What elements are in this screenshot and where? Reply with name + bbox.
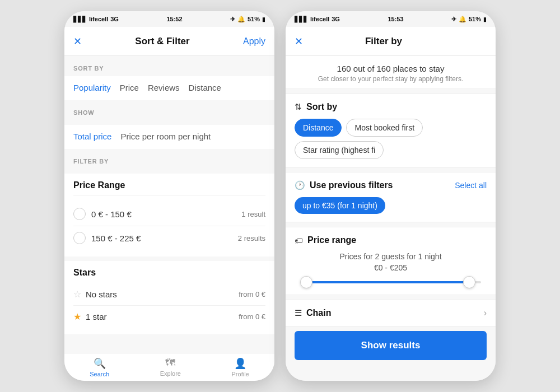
prev-filters-left: 🕐 Use previous filters: [295, 180, 393, 190]
price-range-count-2: 2 results: [238, 234, 265, 242]
radio-2[interactable]: [73, 232, 86, 244]
no-stars-label: No stars: [86, 290, 117, 299]
tab-search-label: Search: [90, 371, 109, 377]
slider-thumb-max[interactable]: [463, 276, 475, 288]
chip-distance[interactable]: Distance: [295, 119, 342, 137]
filter-by-label: FILTER BY: [64, 149, 274, 169]
show-results-button[interactable]: Show results: [295, 331, 487, 360]
star-row-1[interactable]: ★ 1 star from 0 €: [73, 306, 265, 328]
price-range-label-1: 0 € - 150 €: [91, 209, 132, 219]
tab-profile-label: Profile: [232, 371, 249, 377]
price-range-section: Price Range 0 € - 150 € 1 result 150 € -…: [64, 174, 274, 256]
sort-options: Popularity Price Reviews Distance: [64, 76, 274, 100]
nav-bar-1: ✕ Sort & Filter Apply: [64, 27, 274, 56]
show-label: SHOW: [64, 100, 274, 120]
carrier-label: lifecell: [89, 16, 108, 22]
profile-icon: 👤: [234, 357, 246, 370]
tab-explore-label: Explore: [160, 370, 181, 377]
history-icon: 🕐: [295, 180, 305, 190]
show-results-label: Show results: [361, 340, 421, 351]
tab-bar-1: 🔍 Search 🗺 Explore 👤 Profile: [64, 353, 274, 381]
location-icon: ✈: [230, 16, 235, 23]
price-range-header: 🏷 Price range: [295, 235, 487, 245]
content-1: SORT BY Popularity Price Reviews Distanc…: [64, 56, 274, 353]
price-range-title-2: Price range: [307, 235, 356, 245]
info-bar: 160 out of 160 places to stay Get closer…: [286, 56, 496, 89]
price-tag-icon: 🏷: [295, 236, 303, 245]
prev-filters-header: 🕐 Use previous filters Select all: [295, 180, 487, 190]
one-star-label: 1 star: [86, 312, 107, 321]
radio-1[interactable]: [73, 208, 86, 220]
phone-1: ▋▋▋ lifecell 3G 15:52 ✈ 🔔 51% ▮ ✕ Sort &…: [64, 11, 274, 381]
filter-tag-1[interactable]: up to €35 (for 1 night): [295, 197, 385, 214]
close-button-1[interactable]: ✕: [73, 35, 82, 48]
star-icon-0: ☆: [73, 289, 81, 300]
sort-chips: Distance Most booked first Star rating (…: [295, 119, 487, 159]
price-range-left-1: 0 € - 150 €: [73, 208, 132, 220]
chain-icon: ☰: [295, 308, 302, 318]
stars-section: Stars ☆ No stars from 0 € ★ 1 star from …: [64, 261, 274, 334]
select-all-button[interactable]: Select all: [455, 181, 487, 190]
places-subtitle: Get closer to your perfect stay by apply…: [295, 75, 487, 83]
signal-icon: ▋▋▋: [73, 16, 87, 22]
price-sub-label: Prices for 2 guests for 1 night: [295, 252, 487, 261]
tab-search[interactable]: 🔍 Search: [90, 357, 109, 377]
star-row-0[interactable]: ☆ No stars from 0 €: [73, 283, 265, 306]
status-right-1: ✈ 🔔 51% ▮: [230, 16, 265, 23]
prev-filters-block: 🕐 Use previous filters Select all up to …: [286, 172, 496, 222]
page-title-1: Sort & Filter: [135, 36, 189, 47]
status-left-1: ▋▋▋ lifecell 3G: [73, 16, 119, 22]
network-label-2: 3G: [332, 16, 340, 22]
prev-filters-title: Use previous filters: [310, 180, 393, 190]
location-icon-2: ✈: [451, 16, 456, 23]
battery-label-2: 51%: [469, 16, 481, 22]
chip-most-booked[interactable]: Most booked first: [346, 119, 423, 137]
alarm-icon: 🔔: [237, 16, 245, 23]
explore-icon: 🗺: [165, 357, 175, 369]
network-label: 3G: [110, 16, 119, 22]
sort-distance[interactable]: Distance: [189, 83, 221, 92]
price-range-title: Price Range: [73, 180, 265, 195]
star-icon-1: ★: [73, 311, 81, 322]
close-button-2[interactable]: ✕: [295, 35, 303, 48]
price-range-row-1[interactable]: 0 € - 150 € 1 result: [73, 202, 265, 226]
star-left-1: ★ 1 star: [73, 311, 107, 322]
apply-button[interactable]: Apply: [243, 36, 265, 46]
tab-explore[interactable]: 🗺 Explore: [160, 357, 181, 377]
sort-reviews[interactable]: Reviews: [148, 83, 180, 92]
chain-title: Chain: [306, 308, 331, 318]
star-left-0: ☆ No stars: [73, 289, 117, 300]
chain-block[interactable]: ☰ Chain ›: [286, 300, 496, 326]
chain-left: ☰ Chain: [295, 308, 331, 318]
battery-icon: ▮: [262, 16, 265, 22]
tab-profile[interactable]: 👤 Profile: [232, 357, 249, 377]
price-range-count-1: 1 result: [241, 210, 265, 218]
stars-title: Stars: [73, 268, 265, 278]
price-range-left-2: 150 € - 225 €: [73, 232, 141, 244]
slider-fill: [304, 281, 472, 283]
chevron-right-icon: ›: [484, 308, 487, 318]
sort-popularity[interactable]: Popularity: [73, 83, 111, 92]
status-left-2: ▋▋▋ lifecell 3G: [295, 16, 340, 22]
chip-star-rating[interactable]: Star rating (highest fi: [295, 141, 384, 159]
alarm-icon-2: 🔔: [459, 16, 466, 23]
show-total-price[interactable]: Total price: [73, 132, 111, 141]
price-slider-track: [300, 281, 481, 283]
time-label: 15:52: [166, 16, 182, 22]
content-2: 160 out of 160 places to stay Get closer…: [286, 56, 496, 381]
carrier-label-2: lifecell: [310, 16, 329, 22]
nav-bar-2: ✕ Filter by: [286, 27, 496, 56]
status-bar-2: ▋▋▋ lifecell 3G 15:53 ✈ 🔔 51% ▮: [286, 11, 496, 27]
slider-thumb-min[interactable]: [300, 276, 312, 288]
time-label-2: 15:53: [388, 16, 403, 22]
one-star-count: from 0 €: [239, 312, 265, 321]
price-range-label-2: 150 € - 225 €: [91, 234, 141, 243]
signal-icon-2: ▋▋▋: [295, 16, 308, 22]
price-range-block: 🏷 Price range Prices for 2 guests for 1 …: [286, 227, 496, 295]
price-range-value: €0 - €205: [295, 263, 487, 272]
price-range-row-2[interactable]: 150 € - 225 € 2 results: [73, 226, 265, 250]
show-options: Total price Price per room per night: [64, 125, 274, 149]
show-per-room[interactable]: Price per room per night: [120, 132, 211, 141]
search-icon: 🔍: [94, 357, 106, 370]
sort-price[interactable]: Price: [120, 83, 139, 92]
